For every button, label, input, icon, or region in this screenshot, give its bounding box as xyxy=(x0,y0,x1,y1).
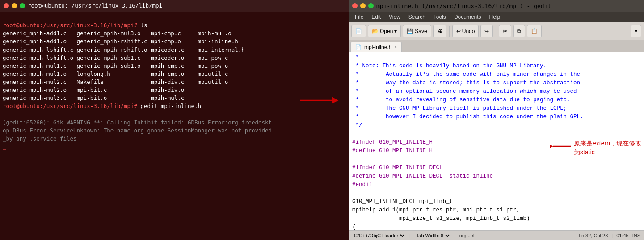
gedit-tabs: 📄 mpi-inline.h × xyxy=(349,40,644,52)
terminal-warning-line3: _by any .service files xyxy=(3,135,77,142)
terminal-warning-line2: op.DBus.Error.ServiceUnknown: The name o… xyxy=(3,127,272,134)
code-line: * of an optional secure memory allocatio… xyxy=(352,87,640,96)
open-dropdown-icon[interactable]: ▾ xyxy=(394,28,397,34)
paste-icon: 📋 xyxy=(531,28,538,34)
code-line: * however I decided to publish this code… xyxy=(352,113,640,121)
gedit-toolbar: 📄 📂 Open ▾ 💾 Save 🖨 ↩ Undo ↪ ✂ ⧉ � xyxy=(349,22,644,40)
new-button[interactable]: 📄 xyxy=(351,25,366,37)
redo-button[interactable]: ↪ xyxy=(480,25,493,37)
language-select[interactable]: C/C++/ObjC Header xyxy=(352,232,406,239)
print-icon: 🖨 xyxy=(437,28,442,34)
code-line-ifndef-decl: #ifndef G10_MPI_INLINE_DECL xyxy=(352,164,640,172)
tab-width-select[interactable]: Tab Width: 8 xyxy=(414,232,451,239)
new-icon: 📄 xyxy=(355,28,362,34)
gedit-menubar: File Edit View Search Tools Documents He… xyxy=(349,12,644,22)
toolbar-menu-icon: ▾ xyxy=(635,28,637,34)
terminal-output-line: generic_mpih-mul1.c generic_mpih-sub1.o … xyxy=(3,62,228,69)
menu-edit[interactable]: Edit xyxy=(368,13,384,21)
gedit-editor[interactable]: * * Note: This code is heavily based on … xyxy=(349,52,644,230)
language-selector[interactable]: C/C++/ObjC Header xyxy=(352,232,406,239)
gedit-annotation: 原来是extern，现在修改为static xyxy=(550,139,641,157)
code-line: { xyxy=(352,223,640,230)
print-button[interactable]: 🖨 xyxy=(433,25,446,37)
terminal-maximize-button[interactable] xyxy=(20,3,25,8)
terminal-arrow xyxy=(300,94,341,107)
terminal-output-line: generic_mpih-add1.c generic_mpih-mul3.o … xyxy=(3,30,232,37)
terminal-title: root@ubuntu: /usr/src/linux-3.16/lib/mpi xyxy=(28,2,162,10)
menu-help[interactable]: Help xyxy=(486,13,504,21)
menu-view[interactable]: View xyxy=(385,13,404,21)
code-line: G10_MPI_INLINE_DECL mpi_limb_t xyxy=(352,198,640,206)
tab-label: mpi-inline.h xyxy=(364,44,391,50)
redo-icon: ↪ xyxy=(484,28,489,34)
toolbar-separator-1 xyxy=(449,26,450,37)
gedit-minimize-button[interactable] xyxy=(360,3,366,8)
code-line-define-decl: #define G10_MPI_INLINE_DECL static inlin… xyxy=(352,172,640,181)
gedit-statusbar: C/C++/ObjC Header | Tab Width: 8 | org..… xyxy=(349,230,644,240)
code-line xyxy=(352,130,640,138)
menu-search[interactable]: Search xyxy=(405,13,429,21)
terminal-gedit-command: gedit mpi-inline.h xyxy=(141,103,201,109)
terminal-output-line: generic_mpih-lshift.o generic_mpih-sub1.… xyxy=(3,54,228,61)
gedit-title: mpi-inline.h (/usr/src/linux-3.16/lib/mp… xyxy=(376,3,551,9)
code-line: * xyxy=(352,54,640,62)
gedit-maximize-button[interactable] xyxy=(368,3,374,8)
code-line-endif: #endif xyxy=(352,181,640,189)
menu-file[interactable]: File xyxy=(351,13,367,21)
gedit-titlebar: mpi-inline.h (/usr/src/linux-3.16/lib/mp… xyxy=(349,0,644,12)
menu-tools[interactable]: Tools xyxy=(430,13,450,21)
copy-button[interactable]: ⧉ xyxy=(513,25,525,37)
terminal-output-line: generic_mpih-mul3.c mpi-bit.o mpih-mul.c xyxy=(3,95,184,101)
terminal-prompt: root@ubuntu:/usr/src/linux-3.16/lib/mpi# xyxy=(3,22,141,29)
gedit-tab-mpi-inline[interactable]: 📄 mpi-inline.h × xyxy=(350,42,402,52)
cut-icon: ✂ xyxy=(503,28,507,34)
annotation-arrow xyxy=(550,141,572,152)
code-line: * The GNU MP Library itself is published… xyxy=(352,104,640,113)
terminal-warning-line: (gedit:65260): Gtk-WARNING **: Calling I… xyxy=(3,119,272,126)
terminal-close-button[interactable] xyxy=(4,3,9,8)
terminal-content[interactable]: root@ubuntu:/usr/src/linux-3.16/lib/mpi#… xyxy=(0,12,349,161)
code-line xyxy=(352,189,640,198)
terminal-titlebar: root@ubuntu: /usr/src/linux-3.16/lib/mpi xyxy=(0,0,349,12)
save-icon: 💾 xyxy=(407,28,413,34)
terminal-output-line: generic_mpih-mul2.c Makefile mpih-div.c … xyxy=(3,79,228,85)
terminal-panel[interactable]: root@ubuntu: /usr/src/linux-3.16/lib/mpi… xyxy=(0,0,349,240)
terminal-output-line: generic_mpih-mul2.o mpi-bit.c mpih-div.o xyxy=(3,87,184,93)
code-line: * way the data is stored; this is to sup… xyxy=(352,79,640,87)
open-icon: 📂 xyxy=(372,28,379,34)
encoding-info: org...el xyxy=(459,233,475,238)
undo-icon: ↩ xyxy=(456,28,461,34)
toolbar-menu-button[interactable]: ▾ xyxy=(631,25,641,37)
tab-close-button[interactable]: × xyxy=(394,45,397,50)
code-line: mpihelp_add_1(mpi_ptr_t res_ptr, mpi_ptr… xyxy=(352,206,640,215)
save-button[interactable]: 💾 Save xyxy=(403,25,431,37)
code-line: * to avoid revealing of sensitive data d… xyxy=(352,96,640,104)
terminal-command: ls xyxy=(141,22,147,29)
code-line: * Note: This code is heavily based on th… xyxy=(352,62,640,70)
tab-file-icon: 📄 xyxy=(355,44,362,50)
ins-mode: INS xyxy=(632,233,640,238)
terminal-minimize-button[interactable] xyxy=(12,3,17,8)
toolbar-separator-2 xyxy=(496,26,496,37)
terminal-cursor-prompt: _ xyxy=(3,143,6,150)
copy-icon: ⧉ xyxy=(517,28,521,34)
time-display: 01:45 xyxy=(616,233,629,238)
open-button[interactable]: 📂 Open ▾ xyxy=(368,25,401,37)
line-col-info: Ln 32, Col 28 xyxy=(579,233,608,238)
paste-button[interactable]: 📋 xyxy=(527,25,542,37)
code-line: */ xyxy=(352,121,640,130)
cut-button[interactable]: ✂ xyxy=(499,25,511,37)
terminal-output-line: generic_mpih-mul1.o longlong.h mpih-cmp.… xyxy=(3,70,228,77)
menu-documents[interactable]: Documents xyxy=(450,13,485,21)
terminal-output-line: generic_mpih-add1.o generic_mpih-rshift.… xyxy=(3,38,238,45)
tab-width-selector[interactable]: Tab Width: 8 xyxy=(414,232,451,239)
terminal-prompt2: root@ubuntu:/usr/src/linux-3.16/lib/mpi# xyxy=(3,103,141,109)
gedit-close-button[interactable] xyxy=(352,3,358,8)
terminal-output-line: generic_mpih-lshift.c generic_mpih-rshif… xyxy=(3,46,245,53)
annotation-text: 原来是extern，现在修改为static xyxy=(574,139,641,157)
undo-button[interactable]: ↩ Undo xyxy=(452,25,479,37)
gedit-panel: mpi-inline.h (/usr/src/linux-3.16/lib/mp… xyxy=(349,0,644,240)
code-line: mpi_size_t s1_size, mpi_limb_t s2_limb) xyxy=(352,215,640,223)
code-line: * Actually it's the same code with only … xyxy=(352,70,640,79)
